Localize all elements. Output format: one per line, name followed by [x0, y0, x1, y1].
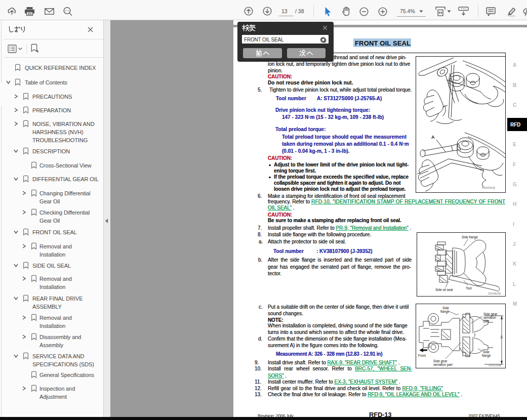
- svg-text:flange: flange: [482, 354, 491, 358]
- svg-text:Side flange: Side flange: [462, 235, 478, 239]
- svg-text:flange: flange: [440, 310, 450, 314]
- svg-text:Side: Side: [483, 350, 490, 354]
- svg-text:Side oil seal: Side oil seal: [435, 288, 453, 291]
- svg-text:Side: Side: [442, 306, 449, 310]
- svg-text:A: A: [500, 335, 503, 340]
- svg-text:S3IA1339E: S3IA1339E: [489, 364, 502, 367]
- svg-text:part: part: [483, 319, 489, 323]
- svg-text:serration part: serration part: [433, 363, 453, 367]
- svg-text:P3IA0901E: P3IA0901E: [482, 186, 496, 189]
- svg-text:S3IA0822E: S3IA0822E: [488, 292, 501, 295]
- svg-text:Tool: Tool: [466, 286, 472, 290]
- svg-text:A: A: [431, 135, 435, 140]
- svg-text:Front: Front: [418, 354, 426, 357]
- svg-text:serration: serration: [483, 316, 496, 319]
